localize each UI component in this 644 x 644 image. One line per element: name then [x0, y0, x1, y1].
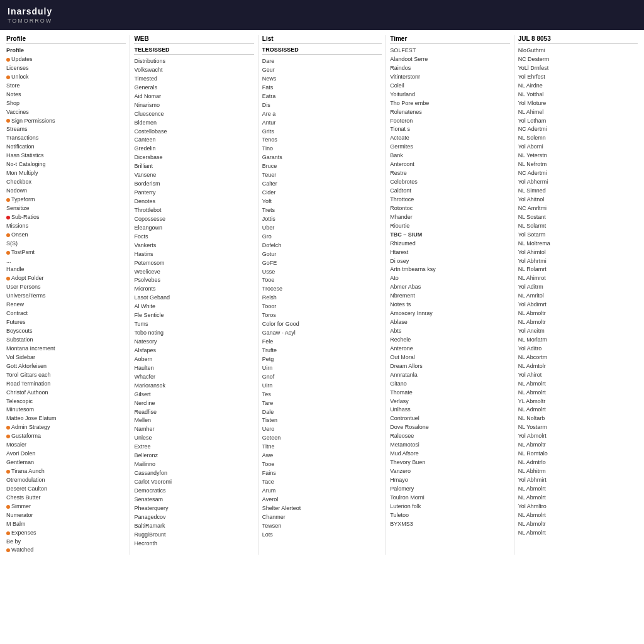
list-item[interactable]: Toros — [262, 311, 382, 320]
list-item[interactable]: Abts — [390, 327, 509, 336]
list-item[interactable]: Montana Increment — [6, 345, 126, 353]
list-item[interactable]: Rotontoc — [390, 204, 509, 213]
list-item[interactable]: Tionat s — [390, 125, 509, 134]
list-item[interactable]: Bldemen — [134, 119, 253, 128]
list-item[interactable]: Gitano — [390, 380, 509, 389]
list-item[interactable]: Costellobase — [134, 128, 253, 136]
list-item[interactable]: Whacfer — [134, 373, 253, 382]
list-item[interactable]: Sub-Ratios — [6, 213, 126, 222]
list-item[interactable]: YoLl Drnfest — [518, 64, 638, 73]
list-item[interactable]: Luterion folk — [390, 502, 509, 511]
list-item[interactable]: S(S) — [6, 240, 126, 248]
list-item[interactable]: ... — [6, 257, 126, 266]
list-item[interactable]: Htarest — [390, 248, 509, 257]
list-item[interactable]: Anterone — [390, 345, 509, 353]
list-item[interactable]: Celebrotes — [390, 178, 509, 187]
list-item[interactable]: Yol Aditrm — [518, 283, 638, 292]
list-item[interactable]: Cluescence — [134, 110, 253, 119]
list-item[interactable]: Garants — [262, 153, 382, 162]
list-item[interactable]: Yol Abhermi — [518, 178, 638, 187]
list-item[interactable]: Alsfapes — [134, 347, 253, 355]
list-item[interactable]: RuggiBrount — [134, 531, 253, 540]
list-item[interactable]: NL Admtolr — [518, 362, 638, 371]
list-item[interactable]: Sign Permissions — [6, 117, 126, 126]
list-item[interactable]: Gilsert — [134, 391, 253, 399]
list-item[interactable]: NL Abmolrt — [518, 511, 638, 520]
list-item[interactable]: Acteate — [390, 134, 509, 143]
list-item[interactable]: Al White — [134, 303, 253, 311]
list-item[interactable]: M Balm — [6, 520, 126, 529]
list-item[interactable]: Mhander — [390, 213, 509, 222]
list-item[interactable]: NL Moltrema — [518, 240, 638, 248]
list-item[interactable]: Gredelin — [134, 145, 253, 153]
list-item[interactable]: Denotes — [134, 197, 253, 206]
list-item[interactable]: Hecronth — [134, 540, 253, 548]
list-item[interactable]: Yol Ahitnol — [518, 196, 638, 204]
list-item[interactable]: Artn tmbearns ksy — [390, 265, 509, 274]
list-item[interactable]: Vaccines — [6, 108, 126, 117]
list-item[interactable]: Senatesam — [134, 496, 253, 504]
list-item[interactable]: Thevory Buen — [390, 458, 509, 467]
list-item[interactable]: NL Yeterstn — [518, 152, 638, 160]
list-item[interactable]: Timested — [134, 75, 253, 84]
list-item[interactable]: Tums — [134, 320, 253, 329]
list-item[interactable]: Dream Allors — [390, 362, 509, 371]
list-item[interactable]: Onsen — [6, 231, 126, 240]
list-item[interactable]: Transactions — [6, 134, 126, 143]
list-item[interactable]: NL Yotthal — [518, 91, 638, 99]
list-item[interactable]: Telescopic — [6, 397, 126, 406]
list-item[interactable]: Alandoot Serre — [390, 55, 509, 64]
list-item[interactable]: Yol Abhrtmi — [518, 257, 638, 266]
list-item[interactable]: Ganaw - Acyl — [262, 329, 382, 338]
list-item[interactable]: NC Amrltmi — [518, 204, 638, 213]
list-item[interactable]: Color for Good — [262, 320, 382, 329]
list-item[interactable]: Geteen — [262, 434, 382, 443]
list-item[interactable]: GoFE — [262, 259, 382, 268]
list-item[interactable]: Calter — [262, 180, 382, 189]
list-item[interactable]: NL Romtalo — [518, 450, 638, 458]
list-item[interactable]: NloGuthrni — [518, 47, 638, 55]
list-item[interactable]: Yoft — [262, 197, 382, 206]
list-item[interactable]: Unlese — [134, 434, 253, 443]
list-item[interactable]: Tho Pore embe — [390, 99, 509, 108]
list-item[interactable]: Di osey — [390, 257, 509, 266]
list-item[interactable]: Uirn — [262, 382, 382, 391]
list-item[interactable]: Jottis — [262, 215, 382, 224]
list-item[interactable]: Otremodulation — [6, 476, 126, 485]
list-item[interactable]: NL Abmolrt — [518, 529, 638, 538]
list-item[interactable]: Yol Lotham — [518, 117, 638, 126]
list-item[interactable]: Tuletoo — [390, 511, 509, 520]
list-item[interactable]: Notes — [6, 91, 126, 99]
list-item[interactable]: Chests Butter — [6, 494, 126, 502]
list-item[interactable]: NL Solarmt — [518, 222, 638, 231]
list-item[interactable]: Carlot Vooromi — [134, 478, 253, 487]
list-item[interactable]: Throttoce — [390, 196, 509, 204]
list-item[interactable]: Trocese — [262, 285, 382, 294]
list-item[interactable]: NL Abmolrt — [518, 389, 638, 397]
list-item[interactable]: Titne — [262, 443, 382, 452]
list-item[interactable]: Fains — [262, 469, 382, 478]
list-item[interactable]: Natesory — [134, 338, 253, 347]
list-item[interactable]: Mellen — [134, 416, 253, 425]
list-item[interactable]: Torol Gittars each — [6, 371, 126, 380]
list-item[interactable]: Shelter Alerteot — [262, 504, 382, 513]
list-item[interactable]: Mud Afsore — [390, 450, 509, 458]
list-item[interactable]: Namher — [134, 425, 253, 434]
list-item[interactable]: NL Abmolrt — [518, 494, 638, 502]
list-item[interactable]: NL Abmolrt — [518, 485, 638, 494]
list-item[interactable]: NL Airdne — [518, 82, 638, 91]
list-item[interactable]: Nercline — [134, 399, 253, 408]
list-item[interactable]: Teuer — [262, 171, 382, 180]
list-item[interactable]: Ablase — [390, 318, 509, 327]
list-item[interactable]: NL Rolamrt — [518, 265, 638, 274]
list-item[interactable]: Tirana Aunch — [6, 467, 126, 476]
list-item[interactable]: Psolvebes — [134, 276, 253, 285]
list-item[interactable]: NL Abmoltr — [518, 318, 638, 327]
list-item[interactable]: Amoscery Innray — [390, 309, 509, 318]
list-item[interactable]: Contract — [6, 309, 126, 318]
list-item[interactable]: Thomate — [390, 389, 509, 397]
list-item[interactable]: Marioransok — [134, 382, 253, 391]
list-item[interactable]: NL Morlatm — [518, 336, 638, 345]
list-item[interactable]: Handle — [6, 265, 126, 274]
list-item[interactable]: Rhizumed — [390, 240, 509, 248]
